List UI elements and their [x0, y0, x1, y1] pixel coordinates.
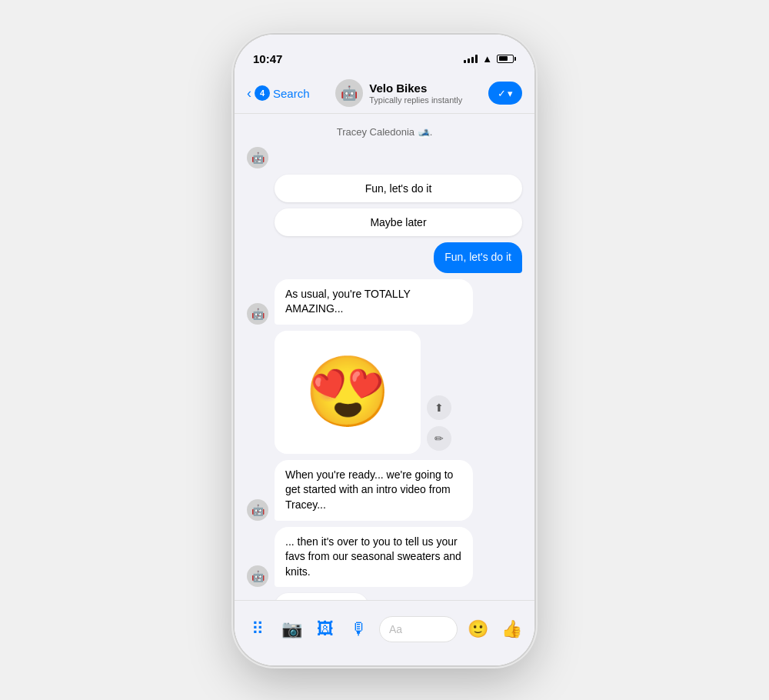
nav-bar: ‹ 4 Search 🤖 Velo Bikes Typically replie…	[235, 73, 534, 114]
photo-icon-button[interactable]: 🖼	[311, 615, 339, 643]
bot-avatar-favs: 🤖	[247, 565, 268, 587]
share-button[interactable]: ⬆	[427, 395, 451, 420]
photo-icon: 🖼	[317, 619, 334, 639]
pencil-icon: ✏	[434, 432, 444, 445]
ready-button[interactable]: 🧶 💋 Ready	[275, 593, 368, 600]
camera-icon: 📷	[281, 619, 302, 639]
bot-avatar: 🤖	[335, 79, 363, 107]
bot-avatar-small: 🤖	[247, 147, 268, 168]
emoji-icon-button[interactable]: 🙂	[464, 615, 491, 643]
mic-icon: 🎙	[351, 619, 368, 639]
incoming-amazing-bubble: As usual, you're TOTALLY AMAZING...	[275, 279, 473, 325]
nav-title-block: Velo Bikes Typically replies instantly	[369, 82, 462, 105]
phone-shell: 10:47 ▲	[235, 35, 534, 665]
back-chevron-icon: ‹	[247, 85, 251, 102]
tracey-line: Tracey Caledonia 🎿.	[247, 123, 522, 141]
camera-icon-button[interactable]: 📷	[278, 615, 305, 643]
thumbs-up-icon: 👍	[501, 619, 522, 639]
incoming-favs-bubble: ... then it's over to you to tell us you…	[275, 527, 473, 588]
signal-icon	[464, 54, 478, 63]
quick-replies: Fun, let's do it Maybe later	[275, 175, 522, 236]
incoming-amazing-row: 🤖 As usual, you're TOTALLY AMAZING...	[247, 279, 522, 325]
caret-icon: ▾	[508, 88, 513, 99]
power-button[interactable]	[534, 181, 538, 250]
nav-title: Velo Bikes	[369, 82, 462, 95]
status-time: 10:47	[253, 52, 282, 65]
bot-avatar-amazing: 🤖	[247, 303, 268, 325]
message-input[interactable]: Aa	[379, 616, 458, 642]
pencil-button[interactable]: ✏	[427, 426, 451, 451]
home-indicator	[235, 657, 534, 665]
nav-badge: 4	[255, 85, 270, 101]
nav-subtitle: Typically replies instantly	[369, 95, 462, 105]
like-icon-button[interactable]: 👍	[498, 615, 525, 643]
incoming-ready-row: 🤖 When you're ready... we're going to ge…	[247, 460, 522, 521]
input-placeholder: Aa	[389, 623, 402, 635]
bot-avatar-ready: 🤖	[247, 499, 268, 521]
outgoing-bubble: Fun, let's do it	[434, 242, 522, 273]
nav-search-label[interactable]: Search	[273, 87, 310, 100]
status-icons: ▲	[464, 53, 516, 65]
nav-action-button[interactable]: ✓ ▾	[488, 82, 522, 105]
wifi-icon: ▲	[482, 53, 492, 65]
apps-icon: ⠿	[251, 619, 264, 639]
mic-icon-button[interactable]: 🎙	[345, 615, 373, 643]
toolbar: ⠿ 📷 🖼 🎙 Aa 🙂 👍	[235, 600, 534, 657]
ready-btn-container: 🧶 💋 Ready	[275, 593, 522, 600]
emoji-icon: 🙂	[468, 619, 488, 639]
sticker-row: 😍 ⬆ ✏	[247, 331, 522, 454]
quick-reply-later[interactable]: Maybe later	[275, 208, 522, 236]
incoming-ready-bubble: When you're ready... we're going to get …	[275, 460, 473, 521]
nav-center: 🤖 Velo Bikes Typically replies instantly	[335, 79, 462, 107]
battery-icon	[497, 55, 516, 63]
chat-area: Tracey Caledonia 🎿. 🤖 Fun, let's do it M…	[235, 114, 534, 600]
apps-icon-button[interactable]: ⠿	[244, 615, 271, 643]
nav-back-group[interactable]: ‹ 4 Search	[247, 85, 310, 102]
outgoing-message-row: Fun, let's do it	[247, 242, 522, 273]
phone-screen: 10:47 ▲	[235, 35, 534, 665]
phone-device: 10:47 ▲	[235, 35, 534, 665]
sticker-emoji: 😍	[305, 352, 391, 432]
sticker-bubble: 😍	[275, 331, 421, 454]
bot-avatar-row: 🤖	[247, 147, 522, 168]
quick-reply-fun[interactable]: Fun, let's do it	[275, 175, 522, 202]
share-icon: ⬆	[434, 402, 444, 414]
status-bar: 10:47 ▲	[235, 35, 534, 73]
incoming-favs-row: 🤖 ... then it's over to you to tell us y…	[247, 527, 522, 588]
sticker-actions: ⬆ ✏	[427, 395, 451, 454]
checkmark-icon: ✓	[498, 88, 506, 99]
